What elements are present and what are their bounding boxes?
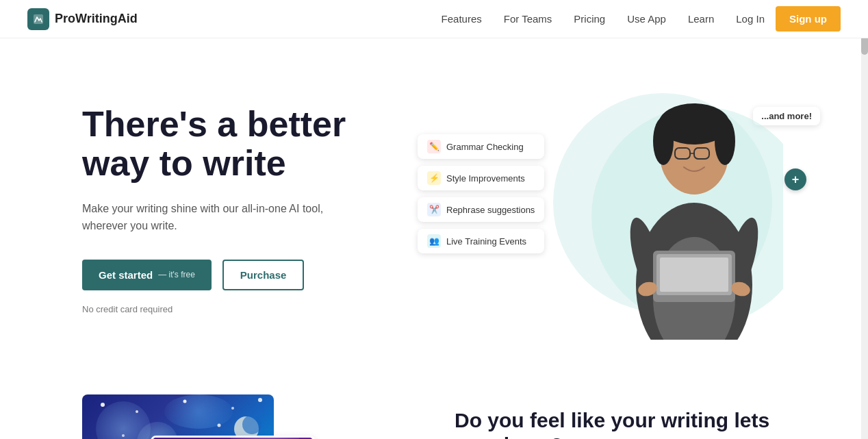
svg-point-8	[715, 117, 735, 165]
hero-subtitle: Make your writing shine with our all-in-…	[82, 200, 329, 235]
overlay-photo	[151, 436, 315, 439]
logo-icon	[27, 8, 49, 30]
nav-use-app[interactable]: Use App	[627, 13, 666, 25]
svg-point-7	[653, 117, 674, 165]
svg-point-24	[122, 434, 125, 437]
svg-point-19	[101, 403, 105, 407]
svg-point-20	[136, 410, 138, 413]
svg-point-25	[218, 424, 221, 427]
section-2-images: My idea in my head	[82, 394, 413, 439]
hero-buttons: Get started — it's free Purchase	[82, 260, 438, 290]
nav-pricing[interactable]: Pricing	[574, 13, 605, 25]
login-link[interactable]: Log In	[736, 13, 765, 25]
scrollbar-track[interactable]	[861, 0, 868, 439]
section-2-title: Do you feel like your writing lets you d…	[455, 408, 786, 439]
svg-point-27	[242, 415, 261, 434]
navbar: ProWritingAid Features For Teams Pricing…	[0, 0, 868, 38]
svg-point-22	[231, 407, 234, 410]
svg-rect-16	[660, 258, 728, 292]
svg-point-21	[183, 400, 187, 403]
starry-night-image	[82, 394, 274, 439]
svg-point-23	[258, 398, 262, 402]
hero-section: There's a better way to write Make your …	[0, 38, 868, 367]
section-2: My idea in my head Do you feel like your…	[0, 367, 868, 439]
nav-links: Features For Teams Pricing Use App Learn	[442, 13, 715, 25]
get-started-button[interactable]: Get started — it's free	[82, 260, 212, 290]
signup-button[interactable]: Sign up	[776, 6, 841, 32]
nav-for-teams[interactable]: For Teams	[504, 13, 552, 25]
starry-night-container: My idea in my head	[82, 394, 315, 439]
nav-features[interactable]: Features	[442, 13, 482, 25]
hero-title: There's a better way to write	[82, 105, 438, 183]
no-credit-text: No credit card required	[82, 304, 438, 314]
logo-link[interactable]: ProWritingAid	[27, 8, 138, 30]
nav-learn[interactable]: Learn	[688, 13, 714, 25]
plus-badge: +	[784, 168, 806, 190]
hero-illustration: ...and more! + ✏️ Grammar Checking ⚡ Sty…	[438, 79, 841, 340]
hero-person-illustration	[564, 79, 783, 340]
section-2-text: Do you feel like your writing lets you d…	[455, 394, 786, 439]
hero-content: There's a better way to write Make your …	[82, 105, 438, 314]
logo-text: ProWritingAid	[55, 12, 138, 26]
purchase-button[interactable]: Purchase	[222, 260, 305, 290]
